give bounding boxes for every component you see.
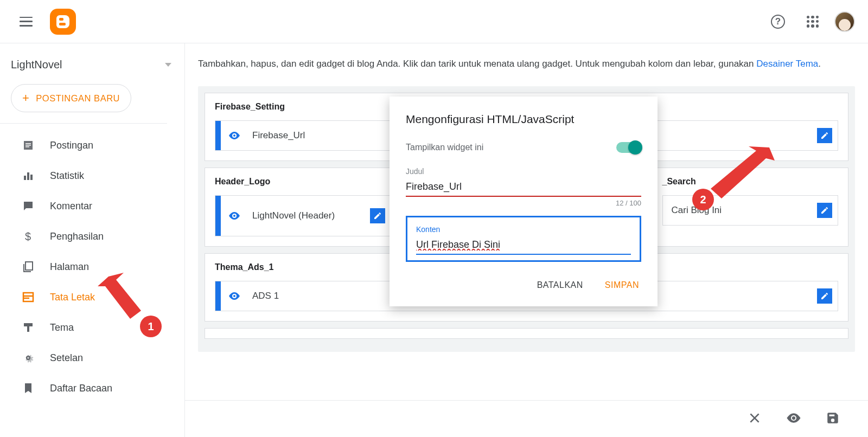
header-right: ? [765, 9, 855, 35]
blog-name: LightNovel [11, 59, 62, 71]
edit-gadget-button[interactable] [370, 208, 385, 223]
annotation-badge-2: 2 [692, 189, 714, 210]
sidebar-item-label: Tata Letak [50, 292, 95, 303]
stats-icon [22, 169, 35, 182]
visibility-icon [221, 209, 248, 222]
blog-selector[interactable]: LightNovel [0, 52, 184, 82]
sidebar-item-earnings[interactable]: $ Penghasilan [0, 221, 184, 252]
sidebar-item-readinglist[interactable]: Daftar Bacaan [0, 373, 184, 403]
sidebar-item-pages[interactable]: Halaman [0, 252, 184, 282]
pages-icon [22, 260, 35, 273]
gadget-handle[interactable] [215, 281, 221, 311]
sidebar-item-label: Setelan [50, 352, 83, 364]
annotation-badge-1: 1 [140, 316, 162, 337]
intro-text: Tambahkan, hapus, dan edit gadget di blo… [198, 56, 855, 71]
sidebar-item-stats[interactable]: Statistik [0, 160, 184, 191]
chevron-down-icon [165, 63, 171, 67]
preview-button[interactable] [786, 410, 802, 428]
theme-designer-link[interactable]: Desainer Tema [756, 59, 818, 69]
plus-icon: + [22, 92, 29, 104]
section-title: _Search [662, 177, 839, 187]
sidebar-item-settings[interactable]: Setelan [0, 343, 184, 373]
svg-rect-5 [23, 293, 33, 301]
svg-rect-2 [30, 175, 33, 180]
sidebar-item-posts[interactable]: Postingan [0, 130, 184, 160]
char-count: 12 / 100 [406, 199, 641, 207]
visibility-icon [221, 129, 248, 142]
comments-icon [22, 200, 35, 213]
close-button[interactable] [748, 411, 762, 427]
show-widget-label: Tampilkan widget ini [406, 143, 483, 152]
gadget-label: LightNovel (Header) [248, 204, 370, 228]
svg-text:$: $ [25, 230, 31, 242]
theme-icon [22, 321, 35, 334]
hamburger-icon [20, 17, 33, 27]
gadget-handle[interactable] [215, 121, 221, 150]
edit-gadget-button[interactable] [817, 288, 832, 304]
sidebar-item-label: Postingan [50, 140, 93, 151]
sidebar-item-label: Daftar Bacaan [50, 383, 112, 394]
sidebar-item-label: Tema [50, 322, 74, 333]
svg-rect-1 [27, 172, 29, 180]
svg-rect-0 [24, 176, 26, 180]
gadget-search[interactable]: Cari Blog Ini [662, 195, 839, 226]
dialog-title: Mengonfigurasi HTML/JavaScript [406, 113, 641, 126]
blogger-logo[interactable] [50, 9, 76, 35]
account-avatar[interactable] [834, 11, 855, 32]
gadget-handle[interactable] [215, 196, 221, 236]
apps-grid-icon [807, 16, 819, 28]
sidebar: LightNovel + POSTINGAN BARU Postingan St… [0, 43, 184, 437]
posts-icon [22, 139, 35, 152]
gear-icon [22, 351, 35, 364]
title-input[interactable] [406, 178, 641, 197]
layout-icon [22, 291, 35, 304]
visibility-icon [221, 290, 248, 303]
earnings-icon: $ [22, 230, 35, 243]
section-empty [205, 328, 848, 339]
google-apps-button[interactable] [800, 9, 826, 35]
floating-actions [185, 400, 868, 437]
edit-gadget-button[interactable] [817, 128, 832, 143]
sidebar-item-label: Komentar [50, 201, 92, 212]
cancel-button[interactable]: BATALKAN [535, 275, 585, 295]
configure-gadget-dialog: Mengonfigurasi HTML/JavaScript Tampilkan… [390, 97, 658, 306]
content-field-label: Konten [416, 225, 631, 234]
hamburger-menu-button[interactable] [13, 9, 39, 35]
sidebar-item-layout[interactable]: Tata Letak [0, 282, 184, 312]
section-title: Header_Logo [215, 177, 391, 187]
content-field-box: Konten [406, 216, 641, 262]
save-button[interactable] [826, 411, 840, 427]
edit-gadget-button[interactable] [817, 203, 832, 218]
help-icon: ? [771, 15, 785, 29]
divider [0, 123, 167, 124]
help-button[interactable]: ? [765, 9, 791, 35]
sidebar-item-label: Statistik [50, 170, 84, 182]
title-field-label: Judul [406, 167, 641, 176]
new-post-button[interactable]: + POSTINGAN BARU [11, 84, 131, 112]
bookmark-icon [22, 382, 35, 395]
show-widget-toggle[interactable] [616, 142, 641, 153]
new-post-label: POSTINGAN BARU [36, 93, 120, 104]
content-input[interactable] [416, 236, 631, 255]
gadget-label: Cari Blog Ini [663, 198, 818, 222]
svg-rect-4 [25, 262, 33, 270]
app-header: ? [0, 0, 868, 43]
gadget-lightnovel-header[interactable]: LightNovel (Header) [215, 195, 391, 236]
sidebar-item-label: Penghasilan [50, 231, 104, 242]
sidebar-item-label: Halaman [50, 261, 89, 273]
intro-plain: Tambahkan, hapus, dan edit gadget di blo… [198, 59, 756, 69]
save-dialog-button[interactable]: SIMPAN [603, 275, 641, 295]
sidebar-item-comments[interactable]: Komentar [0, 191, 184, 221]
